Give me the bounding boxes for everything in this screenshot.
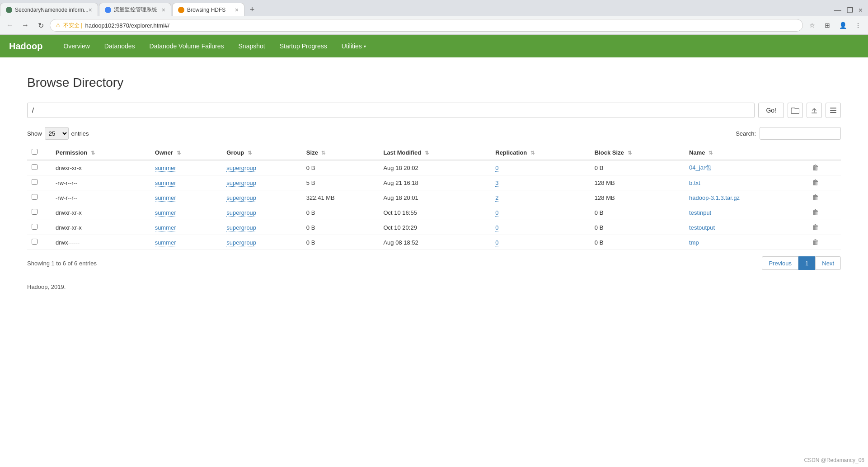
delete-button-4[interactable]: 🗑 [812,223,819,231]
row-size-3: 0 B [302,205,379,220]
owner-link-3[interactable]: summer [155,209,176,217]
nav-datanode-volume-failures[interactable]: Datanode Volume Failures [142,36,231,56]
row-icon-2 [42,190,51,205]
replication-link-2[interactable]: 2 [495,194,498,202]
minimize-icon[interactable]: — [832,5,843,16]
replication-link-3[interactable]: 0 [495,209,498,217]
tab-close-3[interactable]: × [235,6,239,14]
close-icon[interactable]: × [857,5,864,16]
nav-overview[interactable]: Overview [56,36,97,56]
owner-link-0[interactable]: summer [155,165,176,172]
name-link-0[interactable]: 04_jar包 [689,164,711,171]
row-block-size-5: 0 B [590,235,685,250]
group-link-0[interactable]: supergroup [226,165,256,172]
name-link-1[interactable]: b.txt [689,179,700,186]
col-block-size[interactable]: Block Size ⇅ [590,145,685,160]
list-icon-btn[interactable] [826,103,841,118]
row-icon-5 [42,235,51,250]
row-select-0[interactable] [32,164,38,170]
menu-button[interactable]: ⋮ [852,19,864,32]
col-group[interactable]: Group ⇅ [222,145,302,160]
col-replication[interactable]: Replication ⇅ [491,145,590,160]
row-block-size-1: 128 MB [590,175,685,190]
tab-browsing-hdfs[interactable]: Browsing HDFS × [172,3,244,16]
row-checkbox-3 [27,205,42,220]
col-permission[interactable]: Permission ⇅ [51,145,150,160]
col-name[interactable]: Name ⇅ [685,145,807,160]
group-link-4[interactable]: supergroup [226,224,256,231]
restore-icon[interactable]: ❐ [845,4,855,16]
next-button[interactable]: Next [815,256,841,270]
delete-button-2[interactable]: 🗑 [812,193,819,202]
folder-icon-btn[interactable] [788,103,803,118]
row-select-2[interactable] [32,194,38,200]
svg-rect-2 [830,110,836,111]
nav-utilities[interactable]: Utilities ▾ [334,36,373,56]
delete-button-1[interactable]: 🗑 [812,179,819,187]
profile-button[interactable]: 👤 [836,19,849,32]
replication-link-4[interactable]: 0 [495,224,498,231]
previous-button[interactable]: Previous [762,256,798,270]
col-size[interactable]: Size ⇅ [302,145,379,160]
row-select-5[interactable] [32,239,38,245]
tab-monitor[interactable]: 流量监控管理系统 × [99,3,171,16]
row-replication-5: 0 [491,235,590,250]
row-group-4: supergroup [222,220,302,235]
row-select-3[interactable] [32,209,38,215]
sort-block-size: ⇅ [628,150,632,156]
tab-close-2[interactable]: × [162,6,165,14]
row-owner-0: summer [150,160,222,175]
owner-link-5[interactable]: summer [155,239,176,246]
refresh-button[interactable]: ↻ [34,19,47,32]
navbar-brand[interactable]: Hadoop [9,41,42,52]
owner-link-1[interactable]: summer [155,179,176,187]
replication-link-5[interactable]: 0 [495,239,498,246]
tab-favicon-3 [178,7,184,13]
forward-button[interactable]: → [19,19,32,32]
path-input[interactable] [27,103,755,118]
col-owner[interactable]: Owner ⇅ [150,145,222,160]
select-all-checkbox[interactable] [32,149,38,155]
upload-icon-btn[interactable] [807,103,822,118]
group-link-1[interactable]: supergroup [226,179,256,187]
navbar-links: Overview Datanodes Datanode Volume Failu… [56,36,373,56]
new-tab-button[interactable]: + [245,3,259,16]
nav-snapshot[interactable]: Snapshot [231,36,272,56]
name-link-2[interactable]: hadoop-3.1.3.tar.gz [689,194,740,201]
delete-button-5[interactable]: 🗑 [812,238,819,246]
tab-secondary-namenode[interactable]: SecondaryNamenode inform... × [0,3,98,16]
entries-select[interactable]: 10 25 50 100 [45,127,69,140]
name-link-4[interactable]: testoutput [689,224,715,231]
name-link-3[interactable]: testinput [689,209,711,216]
owner-link-2[interactable]: summer [155,194,176,202]
page-1-button[interactable]: 1 [798,256,815,270]
tab-favicon-2 [105,7,111,13]
delete-button-3[interactable]: 🗑 [812,208,819,217]
footer-text: Hadoop, 2019. [27,283,66,290]
search-input[interactable] [760,127,841,140]
group-link-2[interactable]: supergroup [226,194,256,202]
row-icon-1 [42,175,51,190]
tab-close-1[interactable]: × [89,6,92,14]
row-select-1[interactable] [32,179,38,185]
address-bar-row: ← → ↻ ⚠ 不安全 | hadoop102:9870/explorer.ht… [0,16,868,34]
address-bar[interactable]: ⚠ 不安全 | hadoop102:9870/explorer.html#/ [50,19,803,32]
svg-rect-0 [812,113,817,113]
owner-link-4[interactable]: summer [155,224,176,231]
group-link-5[interactable]: supergroup [226,239,256,246]
delete-button-0[interactable]: 🗑 [812,164,819,172]
nav-startup-progress[interactable]: Startup Progress [272,36,334,56]
replication-link-0[interactable]: 0 [495,165,498,172]
replication-link-1[interactable]: 3 [495,179,498,187]
nav-datanodes[interactable]: Datanodes [97,36,142,56]
row-select-4[interactable] [32,224,38,230]
col-last-modified[interactable]: Last Modified ⇅ [379,145,491,160]
name-link-5[interactable]: tmp [689,239,699,246]
bookmark-button[interactable]: ☆ [806,19,818,32]
group-link-3[interactable]: supergroup [226,209,256,217]
row-owner-5: summer [150,235,222,250]
table-row: -rw-r--r-- summer supergroup 5 B Aug 21 … [27,175,841,190]
extensions-button[interactable]: ⊞ [821,19,834,32]
go-button[interactable]: Go! [758,103,784,118]
back-button[interactable]: ← [4,19,16,32]
